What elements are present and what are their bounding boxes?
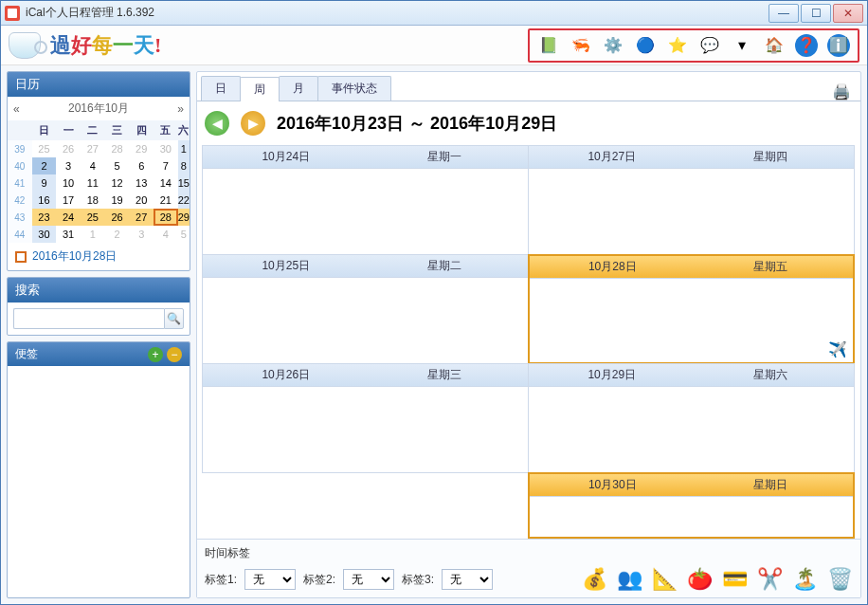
notes-body[interactable] [8,366,190,508]
cal-day[interactable]: 8 [178,157,190,174]
remove-note-button[interactable]: − [167,347,182,362]
cal-day[interactable]: 30 [32,226,57,243]
print-icon[interactable]: 🖨️ [826,82,857,101]
cal-day[interactable]: 2 [105,226,130,243]
cal-day[interactable]: 25 [81,209,105,226]
week-grid[interactable]: 10月24日星期一10月27日星期四10月25日星期二10月28日星期五✈️10… [203,145,855,539]
cal-day[interactable]: 3 [129,226,154,243]
search-input[interactable] [13,308,164,329]
time-tags-title: 时间标签 [205,545,853,561]
home-icon[interactable]: 🏠 [763,34,786,57]
prev-week-button[interactable]: ◀ [205,111,229,136]
today-link[interactable]: 2016年10月28日 [8,243,190,270]
card-icon[interactable]: 💳 [722,567,748,592]
travel-icon[interactable]: 🏝️ [792,567,818,592]
day-cell[interactable]: 10月28日星期五✈️ [528,254,855,364]
tag-select-3[interactable]: 无 [442,569,493,590]
slogan: 過好每一天! [50,31,161,60]
cal-day[interactable]: 5 [105,157,130,174]
cal-day[interactable]: 14 [154,174,178,192]
food-icon[interactable]: 🍅 [687,567,713,592]
cal-day[interactable]: 4 [81,157,105,174]
cal-day[interactable]: 3 [56,157,81,174]
cal-day[interactable]: 20 [129,192,154,209]
cut-icon[interactable]: ✂️ [757,567,783,592]
cal-prev[interactable]: « [13,102,20,116]
dropdown-icon[interactable]: ▾ [731,34,753,57]
cal-day[interactable]: 31 [56,226,81,243]
cal-day[interactable]: 28 [105,140,130,157]
cal-day[interactable]: 5 [178,226,190,243]
today-link-label: 2016年10月28日 [32,248,117,265]
next-week-button[interactable]: ▶ [241,111,265,136]
maximize-button[interactable]: ☐ [801,4,831,23]
cal-day[interactable]: 18 [81,192,105,209]
tab-月[interactable]: 月 [279,76,318,101]
notes-title: 便签 [15,346,38,362]
day-cell[interactable]: 10月25日星期二 [202,254,529,364]
cal-day[interactable]: 27 [81,140,105,157]
info-icon[interactable]: ℹ️ [827,34,850,57]
tag-label-2: 标签2: [303,572,335,588]
tag-select-2[interactable]: 无 [343,569,394,590]
today-marker-icon [15,251,27,263]
cal-month-label[interactable]: 2016年10月 [68,101,129,117]
globe-icon[interactable]: 🔵 [634,34,657,57]
cal-day[interactable]: 21 [154,192,178,209]
trash-icon[interactable]: 🗑️ [827,567,853,592]
add-note-button[interactable]: + [148,347,163,362]
cal-day[interactable]: 15 [178,174,190,192]
close-button[interactable]: ✕ [833,4,863,23]
day-cell[interactable]: 10月27日星期四 [528,145,855,255]
day-cell[interactable]: 10月29日星期六 [528,363,855,473]
cal-day[interactable]: 24 [56,209,81,226]
app-icon [5,6,20,21]
cal-day[interactable]: 26 [105,209,130,226]
cal-day[interactable]: 27 [129,209,154,226]
day-cell[interactable]: 10月26日星期三 [202,363,529,473]
cal-day[interactable]: 23 [32,209,57,226]
tab-周[interactable]: 周 [240,77,280,101]
notebook-icon[interactable]: 📗 [537,34,560,57]
settings-icon[interactable]: ⚙️ [602,34,624,57]
day-cell[interactable]: 10月24日星期一 [202,145,529,255]
notes-panel-header: 便签 + − [8,342,190,366]
cal-day[interactable]: 1 [81,226,105,243]
cal-day[interactable]: 9 [32,174,57,192]
cal-day[interactable]: 7 [154,157,178,174]
cal-day[interactable]: 2 [32,157,57,174]
share-icon[interactable]: 🦐 [570,34,592,57]
cal-next[interactable]: » [177,102,184,116]
cal-day[interactable]: 30 [154,140,178,157]
cal-day[interactable]: 1 [178,140,190,157]
search-button[interactable]: 🔍 [164,308,184,329]
cal-day[interactable]: 28 [154,209,178,226]
tab-事件状态[interactable]: 事件状态 [317,76,391,101]
contacts-icon[interactable]: 👥 [617,567,642,592]
cal-day[interactable]: 19 [105,192,130,209]
help-icon[interactable]: ❓ [795,34,818,57]
favorite-icon[interactable]: ⭐ [666,34,689,57]
tab-日[interactable]: 日 [201,76,241,101]
plan-icon[interactable]: 📐 [652,567,678,592]
cal-day[interactable]: 10 [56,174,81,192]
mini-calendar[interactable]: 日一二三四五六392526272829301402345678419101112… [8,120,190,243]
tag-select-1[interactable]: 无 [244,569,296,590]
cal-day[interactable]: 4 [154,226,178,243]
day-header: 10月29日星期六 [529,364,854,387]
cal-day[interactable]: 17 [56,192,81,209]
day-cell[interactable]: 10月30日星期日 [528,472,855,539]
cal-day[interactable]: 6 [129,157,154,174]
cal-day[interactable]: 16 [32,192,57,209]
cal-day[interactable]: 26 [56,140,81,157]
cal-day[interactable]: 22 [178,192,190,209]
minimize-button[interactable]: — [769,4,799,23]
chat-icon[interactable]: 💬 [698,34,721,57]
cal-day[interactable]: 25 [32,140,57,157]
cal-day[interactable]: 12 [105,174,130,192]
money-icon[interactable]: 💰 [582,567,607,592]
cal-day[interactable]: 13 [129,174,154,192]
cal-day[interactable]: 29 [178,209,190,226]
cal-day[interactable]: 29 [129,140,154,157]
cal-day[interactable]: 11 [81,174,105,192]
